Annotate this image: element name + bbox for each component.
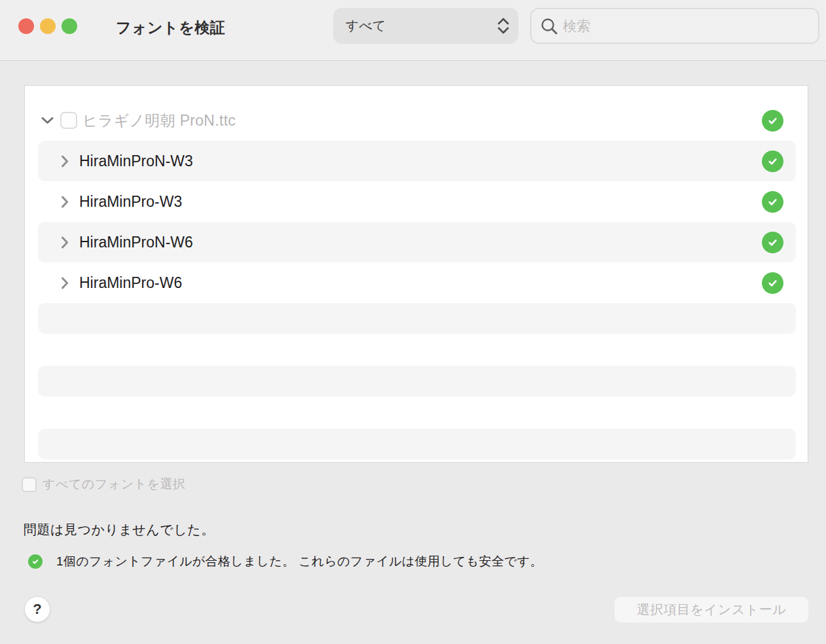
chevron-right-icon[interactable]	[61, 236, 73, 249]
font-name: HiraMinPro-W6	[79, 274, 182, 292]
install-selected-button[interactable]: 選択項目をインストール	[614, 596, 809, 623]
checkmark-circle-icon	[762, 232, 783, 253]
titlebar: フォントを検証 すべて	[0, 0, 826, 61]
chevron-right-icon[interactable]	[61, 196, 73, 208]
window-title: フォントを検証	[116, 18, 225, 38]
zoom-button[interactable]	[62, 18, 77, 34]
font-row[interactable]: HiraMinPro-W6	[38, 262, 796, 303]
chevron-down-icon[interactable]	[41, 116, 54, 124]
result-detail-text: 1個のフォントファイルが合格しました。 これらのファイルは使用しても安全です。	[56, 553, 543, 570]
checkmark-circle-icon	[762, 151, 783, 172]
group-checkbox[interactable]	[60, 112, 77, 129]
search-field[interactable]	[530, 8, 819, 44]
font-name: HiraMinProN-W6	[79, 234, 193, 251]
chevron-right-icon[interactable]	[61, 155, 73, 168]
checkmark-circle-icon	[762, 110, 783, 132]
checkmark-circle-icon	[762, 191, 783, 213]
select-all-checkbox[interactable]	[22, 477, 37, 492]
font-file-group-row[interactable]: ヒラギノ明朝 ProN.ttc	[38, 100, 796, 141]
filter-selected-value: すべて	[346, 8, 386, 44]
validate-fonts-window: フォントを検証 すべて	[0, 0, 826, 644]
font-name: HiraMinProN-W3	[79, 152, 193, 170]
search-icon	[540, 17, 558, 35]
result-title: 問題は見つかりませんでした。	[24, 521, 215, 539]
font-name: HiraMinPro-W3	[79, 193, 182, 211]
font-row[interactable]: HiraMinPro-W3	[38, 181, 796, 222]
font-file-name: ヒラギノ明朝 ProN.ttc	[82, 111, 236, 131]
minimize-button[interactable]	[40, 18, 56, 34]
empty-stripe-row	[38, 429, 796, 459]
checkmark-circle-icon	[762, 272, 783, 294]
validation-results-list: ヒラギノ明朝 ProN.ttc HiraMinProN-W3	[24, 85, 808, 463]
checkmark-circle-icon	[28, 554, 43, 569]
empty-stripe-row	[38, 303, 796, 334]
filter-dropdown[interactable]: すべて	[333, 8, 518, 44]
select-all-fonts-control[interactable]: すべてのフォントを選択	[22, 476, 186, 493]
close-button[interactable]	[18, 18, 34, 34]
help-button[interactable]: ?	[24, 596, 50, 622]
search-input[interactable]	[563, 9, 812, 43]
font-row[interactable]: HiraMinProN-W3	[38, 141, 796, 181]
chevron-right-icon[interactable]	[61, 277, 73, 289]
question-mark-icon: ?	[33, 601, 41, 618]
empty-stripe-row	[38, 366, 796, 397]
select-all-label: すべてのフォントを選択	[43, 476, 186, 493]
result-summary-line: 1個のフォントファイルが合格しました。 これらのファイルは使用しても安全です。	[28, 553, 543, 570]
up-down-chevron-icon	[496, 17, 511, 35]
font-row[interactable]: HiraMinProN-W6	[38, 222, 796, 262]
